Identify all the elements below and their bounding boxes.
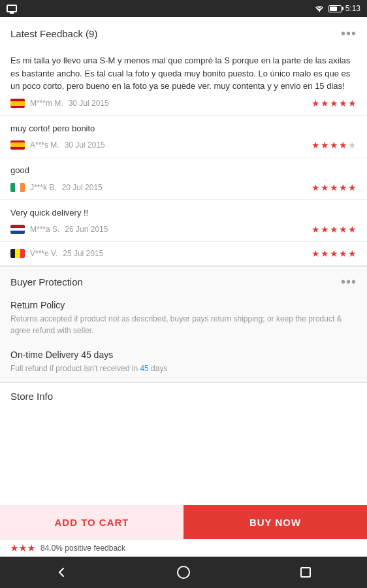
snippet-star-3 [27,544,35,552]
ontime-delivery-desc: Full refund if product isn't received in… [10,363,357,374]
store-snippet-bar: 84.0% positive feedback [0,539,367,557]
reviewer-name: V***e V. [30,249,57,258]
star-1: ★ [311,140,320,150]
return-policy-item: Return Policy Returns accepted if produc… [0,295,367,344]
star-2: ★ [321,140,329,150]
review-date: 30 Jul 2015 [65,140,105,150]
wifi-icon [314,5,325,12]
svg-point-0 [319,10,320,12]
review-text: Very quick delivery !! [10,206,357,220]
ontime-days-highlight: 45 [140,364,148,373]
feedback-title: Latest Feedback (9) [10,28,97,39]
star-1: ★ [311,248,320,259]
status-bar: 5:13 [0,0,367,17]
buyer-protection-section: Buyer Protection ••• Return Policy Retur… [0,266,367,382]
star-5: ★ [348,182,357,193]
star-4: ★ [339,248,347,259]
flag-ireland-icon [10,183,25,192]
flag-netherlands-icon [10,225,25,234]
home-button[interactable] [168,557,199,588]
star-3: ★ [330,98,338,108]
recents-square-icon [300,567,311,578]
feedback-more-icon[interactable]: ••• [341,26,357,41]
star-1: ★ [311,98,320,108]
review-date: 25 Jul 2015 [63,249,103,258]
star-4: ★ [339,224,347,235]
review-item: Es mi talla yo llevo una S-M y menos mal… [0,48,367,116]
star-3: ★ [330,140,338,150]
store-positive-feedback: 84.0% positive feedback [40,544,125,553]
back-arrow-icon [55,566,68,579]
review-meta: J***k B. 20 Jul 2015 ★ ★ ★ ★ ★ [10,182,357,193]
star-4: ★ [339,140,347,150]
rating-stars: ★ ★ ★ ★ ★ [311,98,357,108]
star-5: ★ [348,248,357,259]
review-item: V***e V. 25 Jul 2015 ★ ★ ★ ★ ★ [0,242,367,266]
review-item: muy corto! pero bonito A***s M. 30 Jul 2… [0,116,367,158]
star-5-empty: ★ [348,140,357,150]
recents-button[interactable] [290,557,321,588]
star-4: ★ [339,98,347,108]
rating-stars: ★ ★ ★ ★ ★ [311,224,357,235]
review-text: muy corto! pero bonito [10,122,357,135]
star-2: ★ [321,182,329,193]
store-snippet-stars [10,544,35,552]
review-item: good J***k B. 20 Jul 2015 ★ ★ ★ ★ ★ [0,157,367,200]
navigation-bar [0,557,367,588]
return-policy-title: Return Policy [10,300,357,310]
snippet-star-1 [10,544,18,552]
star-5: ★ [348,98,357,108]
review-date: 26 Jun 2015 [65,225,108,234]
review-meta: M***a S. 26 Jun 2015 ★ ★ ★ ★ ★ [10,224,357,235]
flag-belgium-icon [10,249,25,258]
review-text: Es mi talla yo llevo una S-M y menos mal… [10,54,357,93]
home-circle-icon [177,566,190,579]
add-to-cart-button[interactable]: ADD TO CART [0,505,184,539]
star-2: ★ [321,248,329,259]
ontime-desc-before: Full refund if product isn't received in [10,364,140,373]
flag-spain-icon [10,99,25,108]
review-meta: A***s M. 30 Jul 2015 ★ ★ ★ ★ ★ [10,140,357,150]
status-bar-left [7,5,17,12]
snippet-star-2 [19,544,27,552]
reviewer-name: A***s M. [30,140,59,150]
ontime-delivery-title: On-time Delivery 45 days [10,350,357,360]
reviewer-name: M***m M. [30,99,63,108]
rating-stars: ★ ★ ★ ★ ★ [311,248,357,259]
back-button[interactable] [46,557,77,588]
rating-stars: ★ ★ ★ ★ ★ [311,182,357,193]
ontime-desc-after: days [149,364,168,373]
screen-icon [7,5,17,12]
star-3: ★ [330,248,338,259]
review-date: 20 Jul 2015 [62,183,103,192]
buyer-protection-more-icon[interactable]: ••• [341,274,357,289]
battery-fill [330,7,337,11]
review-date: 30 Jul 2015 [69,99,109,108]
review-meta: M***m M. 30 Jul 2015 ★ ★ ★ ★ ★ [10,98,357,108]
buyer-protection-header: Buyer Protection ••• [0,267,367,295]
review-text: good [10,164,357,177]
star-3: ★ [330,224,338,235]
store-info-section: Store Info [0,382,367,408]
star-3: ★ [330,182,338,193]
reviewer-name: J***k B. [30,183,57,192]
bottom-buttons: ADD TO CART BUY NOW [0,505,367,539]
star-1: ★ [311,182,320,193]
main-content: Latest Feedback (9) ••• Es mi talla yo l… [0,17,367,557]
status-time: 5:13 [345,4,360,13]
review-item: Very quick delivery !! M***a S. 26 Jun 2… [0,200,367,242]
battery-icon [328,5,342,12]
status-bar-right: 5:13 [314,4,360,13]
reviewer-name: M***a S. [30,225,59,234]
reviews-container: Latest Feedback (9) ••• Es mi talla yo l… [0,17,367,505]
star-1: ★ [311,224,320,235]
star-5: ★ [348,224,357,235]
star-4: ★ [339,182,347,193]
star-2: ★ [321,98,329,108]
star-2: ★ [321,224,329,235]
buyer-protection-title: Buyer Protection [10,276,83,287]
buy-now-button[interactable]: BUY NOW [184,505,367,539]
review-meta: V***e V. 25 Jul 2015 ★ ★ ★ ★ ★ [10,248,357,259]
rating-stars: ★ ★ ★ ★ ★ [311,140,357,150]
feedback-section-header: Latest Feedback (9) ••• [0,17,367,48]
